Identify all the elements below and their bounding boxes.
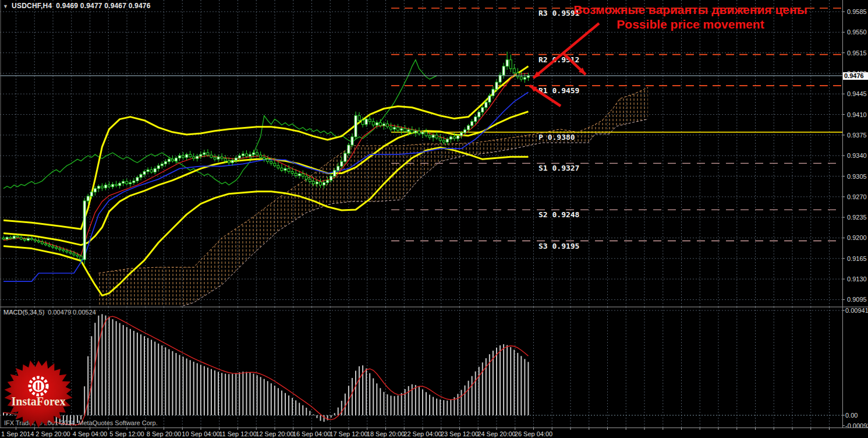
candle xyxy=(355,116,357,137)
candle xyxy=(115,185,118,186)
candle xyxy=(401,129,403,130)
candle xyxy=(474,117,477,122)
candle xyxy=(348,145,350,153)
candle xyxy=(48,245,51,246)
candle xyxy=(488,96,491,102)
candle xyxy=(372,122,374,125)
candle xyxy=(365,119,367,125)
candle xyxy=(408,130,410,132)
time-axis-label: 10 Sep 04:00 xyxy=(182,430,219,437)
candle xyxy=(66,251,68,252)
macd-name: MACD(5,34,5) xyxy=(3,309,44,316)
candle xyxy=(97,186,100,189)
candle xyxy=(523,77,526,79)
candle xyxy=(16,236,19,237)
logo-text: InstaForex xyxy=(12,395,66,408)
candle xyxy=(168,159,170,161)
candle xyxy=(122,182,125,183)
candle xyxy=(274,163,276,165)
candle xyxy=(69,252,72,253)
candle xyxy=(499,75,501,82)
candle xyxy=(217,157,219,159)
candle xyxy=(421,132,424,134)
price-axis-label: 0.9095 xyxy=(847,296,867,303)
pivot-label-s3: S3 0.9195 xyxy=(538,242,579,250)
candle xyxy=(136,178,139,181)
candle xyxy=(52,246,54,248)
ohlc-values: 0.9469 0.9477 0.9467 0.9476 xyxy=(56,2,150,10)
candle xyxy=(73,253,75,255)
candle xyxy=(263,157,265,159)
candle xyxy=(327,181,329,183)
annotation-text-en: Possible price movement xyxy=(572,17,809,31)
candle xyxy=(210,155,212,157)
candle xyxy=(129,183,132,184)
candle xyxy=(256,153,258,155)
candle xyxy=(224,158,226,161)
candle xyxy=(411,130,413,133)
candle xyxy=(382,124,385,126)
candle xyxy=(358,116,360,121)
chevron-down-icon[interactable]: ▼ xyxy=(3,3,8,9)
candle xyxy=(20,237,22,239)
time-axis-label: 4 Sep 04:00 xyxy=(73,430,107,437)
candle xyxy=(442,140,445,142)
candle xyxy=(154,168,156,172)
candle xyxy=(509,60,512,69)
candle xyxy=(404,129,406,132)
candle xyxy=(13,236,15,238)
instaforex-logo: InstaForex xyxy=(2,359,75,431)
chart-canvas[interactable]: R3 0.9591R2 0.9512R1 0.9459P 0.9380S1 0.… xyxy=(0,0,868,438)
candle xyxy=(182,156,185,157)
candle xyxy=(112,185,114,187)
candle xyxy=(6,237,8,239)
candle xyxy=(330,176,332,181)
price-axis-label: 0.9410 xyxy=(847,111,867,118)
candle xyxy=(133,181,135,183)
candle xyxy=(414,131,417,133)
candle xyxy=(316,182,318,184)
time-axis-label: 17 Sep 12:00 xyxy=(330,430,367,437)
candle xyxy=(45,244,47,245)
pivot-label-s2: S2 0.9248 xyxy=(538,210,580,219)
candle xyxy=(238,156,240,158)
candle xyxy=(150,169,153,172)
time-axis-label: 16 Sep 04:00 xyxy=(293,430,331,437)
candle xyxy=(291,171,293,173)
time-axis-label: 24 Sep 20:00 xyxy=(477,430,515,437)
time-axis-label: 5 Sep 12:00 xyxy=(109,430,144,437)
pivot-label-r1: R1 0.9459 xyxy=(538,86,579,95)
price-axis-label: 0.9445 xyxy=(847,90,867,97)
candle xyxy=(179,156,181,158)
candle xyxy=(471,122,473,126)
candle xyxy=(203,153,206,154)
chart-title: ▼USDCHF,H4 0.9469 0.9477 0.9467 0.9476 xyxy=(3,2,151,10)
candle xyxy=(249,154,251,156)
candle xyxy=(231,160,233,163)
candle xyxy=(171,159,173,161)
candle xyxy=(157,165,160,168)
candle xyxy=(94,189,96,192)
candle xyxy=(140,174,142,177)
candle xyxy=(464,130,466,133)
candle xyxy=(390,127,392,129)
candle xyxy=(164,161,166,164)
time-axis-label: 26 Sep 04:00 xyxy=(515,430,552,437)
candle xyxy=(207,153,209,155)
candle xyxy=(284,168,286,170)
pivot-label-p: P 0.9380 xyxy=(538,133,575,142)
candle xyxy=(34,239,36,241)
candle xyxy=(119,183,121,186)
candle xyxy=(108,185,111,187)
candle xyxy=(397,128,399,130)
time-axis-label: 1 Sep 2014 xyxy=(1,430,34,437)
forecast-annotation: Возможные варианты движения цены Possibl… xyxy=(572,2,809,31)
candle xyxy=(298,174,300,175)
candle xyxy=(228,161,230,163)
candle xyxy=(439,138,441,140)
candle xyxy=(481,107,484,112)
candle xyxy=(277,165,279,168)
candle xyxy=(478,112,480,117)
price-axis-label: 0.9550 xyxy=(847,29,867,36)
candle xyxy=(288,168,290,171)
